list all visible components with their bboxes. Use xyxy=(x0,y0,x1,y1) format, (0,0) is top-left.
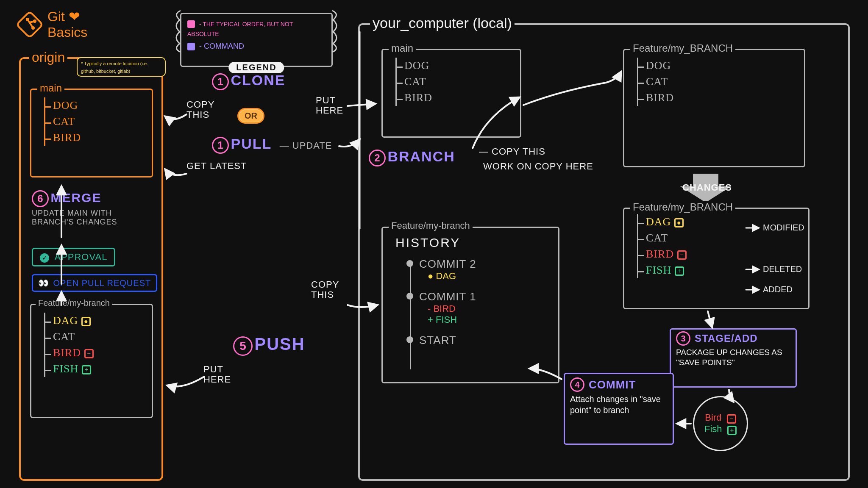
dot-icon: ● xyxy=(674,218,684,227)
status-added-label: ADDED xyxy=(763,285,793,294)
list-item: CAT xyxy=(638,74,796,90)
step-num-stage: 3 xyxy=(676,331,690,346)
branch-command: BRANCH xyxy=(387,148,455,164)
or-badge: OR xyxy=(237,108,264,124)
local-main-box: main DOG CAT BIRD xyxy=(381,49,521,138)
step-num-commit: 4 xyxy=(570,377,584,392)
stage-command: STAGE/ADD xyxy=(695,333,758,344)
commit-entry: COMMIT 2● DAG xyxy=(406,258,476,282)
save-point-item: Fish + xyxy=(704,424,737,435)
check-icon: ✓ xyxy=(40,253,49,263)
push-put-label: PUTHERE xyxy=(203,364,231,385)
history-sublabel: HISTORY xyxy=(395,236,460,250)
dot-icon: ● xyxy=(81,317,91,326)
origin-note: * Typically a remote location (i.e. gith… xyxy=(81,61,148,74)
svg-point-3 xyxy=(31,26,35,30)
stage-note: PACKAGE UP CHANGES AS "SAVE POINTS" xyxy=(676,347,790,368)
step-num-push: 5 xyxy=(233,336,253,356)
step-num-pull: 1 xyxy=(212,137,229,154)
git-logo-icon xyxy=(17,12,42,37)
minus-icon: − xyxy=(84,349,94,358)
origin-feature-label: Feature/my-branch xyxy=(36,298,112,308)
origin-label: origin xyxy=(29,50,67,65)
legend-swatch-purple xyxy=(187,43,195,50)
list-item: BIRD xyxy=(397,90,512,106)
history-box: Feature/my-branch HISTORY COMMIT 2● DAG … xyxy=(381,227,559,383)
branch-work-label: WORK ON COPY HERE xyxy=(483,161,593,172)
legend-item-order: - THE TYPICAL ORDER, BUT NOT ABSOLUTE xyxy=(187,19,326,39)
list-item: DOG xyxy=(638,58,796,74)
legend-swatch-pink xyxy=(187,20,195,28)
plus-icon: + xyxy=(675,266,684,276)
list-item: DAG● xyxy=(45,313,143,329)
merge-block: 6 MERGE UPDATE MAIN WITH BRANCH'S CHANGE… xyxy=(32,190,142,227)
branch-copy-label: — COPY THIS xyxy=(479,146,545,157)
origin-note-bubble: * Typically a remote location (i.e. gith… xyxy=(77,57,166,77)
status-deleted-label: DELETED xyxy=(763,264,802,274)
push-command: PUSH xyxy=(254,335,305,353)
pull-block: 1 PULL — UPDATE xyxy=(212,136,332,154)
local-feature1-label: Feature/my_BRANCH xyxy=(630,42,735,54)
page-title: Git ❤ Basics xyxy=(17,8,87,40)
local-feature1-box: Feature/my_BRANCH DOG CAT BIRD xyxy=(623,49,805,167)
list-item: DOG xyxy=(45,97,143,114)
origin-main-box: main DOG CAT BIRD xyxy=(30,89,153,177)
commit-entry: START xyxy=(406,334,476,347)
list-item: DOG xyxy=(397,58,512,74)
origin-feature-box: Feature/my-branch DAG●CATBIRD−FISH+ xyxy=(30,304,153,418)
list-item: BIRD xyxy=(638,90,796,106)
legend-item-command: - COMMAND xyxy=(187,42,326,51)
save-point-circle: Bird − Fish + xyxy=(693,396,748,451)
clone-block: 1 CLONE xyxy=(212,72,285,90)
minus-icon: − xyxy=(677,250,687,260)
eyes-icon: 👀 xyxy=(38,278,49,288)
list-item: CAT xyxy=(397,74,512,90)
clone-copy-label: COPYTHIS xyxy=(186,100,214,120)
title-line1: Git xyxy=(47,9,65,24)
step-num-merge: 6 xyxy=(32,190,49,207)
list-item: BIRD− xyxy=(45,345,143,361)
step-num-clone: 1 xyxy=(212,73,229,90)
list-item: FISH+ xyxy=(45,361,143,377)
origin-container: origin * Typically a remote location (i.… xyxy=(19,57,163,481)
pull-command: PULL xyxy=(231,136,272,152)
minus-icon: − xyxy=(727,414,736,424)
heart-icon: ❤ xyxy=(69,9,80,24)
title-line2: Basics xyxy=(47,25,87,40)
local-feature2-label: Feature/my_BRANCH xyxy=(630,201,735,213)
merge-note: UPDATE MAIN WITH BRANCH'S CHANGES xyxy=(32,209,142,227)
list-item: CAT xyxy=(45,114,143,130)
history-label: Feature/my-branch xyxy=(389,220,473,231)
status-modified-label: MODIFIED xyxy=(763,223,804,233)
commit-command: COMMIT xyxy=(589,378,636,391)
local-label: your_computer (local) xyxy=(370,15,515,31)
open-pr-label: OPEN PULL REQUEST xyxy=(53,278,151,288)
step-num-branch: 2 xyxy=(369,150,386,166)
svg-rect-0 xyxy=(17,12,42,37)
list-item: BIRD xyxy=(45,130,143,146)
commit-note: Attach changes in "save point" to branch xyxy=(570,394,668,416)
decor-right-icon xyxy=(330,8,341,55)
branch-block: 2 BRANCH xyxy=(369,148,455,166)
clone-command: CLONE xyxy=(231,72,285,88)
clone-put-label: PutHere xyxy=(316,95,343,116)
svg-point-2 xyxy=(26,18,29,21)
stage-box: 3 STAGE/ADD PACKAGE UP CHANGES AS "SAVE … xyxy=(670,328,797,388)
push-block: 5 PUSH xyxy=(233,335,305,356)
origin-main-label: main xyxy=(37,82,64,94)
plus-icon: + xyxy=(82,365,91,374)
pull-get-label: get latest xyxy=(186,161,247,171)
approval-label: APPROVAL xyxy=(54,252,107,262)
open-pr-badge: 👀 OPEN PULL REQUEST xyxy=(32,274,157,292)
list-item: BIRD− xyxy=(638,246,800,262)
commit-box: 4 COMMIT Attach changes in "save point" … xyxy=(564,373,674,445)
changes-label: CHANGES xyxy=(682,182,732,193)
legend-box: - THE TYPICAL ORDER, BUT NOT ABSOLUTE - … xyxy=(180,13,333,67)
plus-icon: + xyxy=(727,426,737,435)
merge-command: MERGE xyxy=(50,191,101,205)
push-copy-label: COPYTHIS xyxy=(311,280,339,300)
local-main-label: main xyxy=(389,42,416,54)
decor-left-icon xyxy=(172,8,183,55)
save-point-item: Bird − xyxy=(705,412,736,424)
approval-badge: ✓ APPROVAL xyxy=(32,248,115,266)
